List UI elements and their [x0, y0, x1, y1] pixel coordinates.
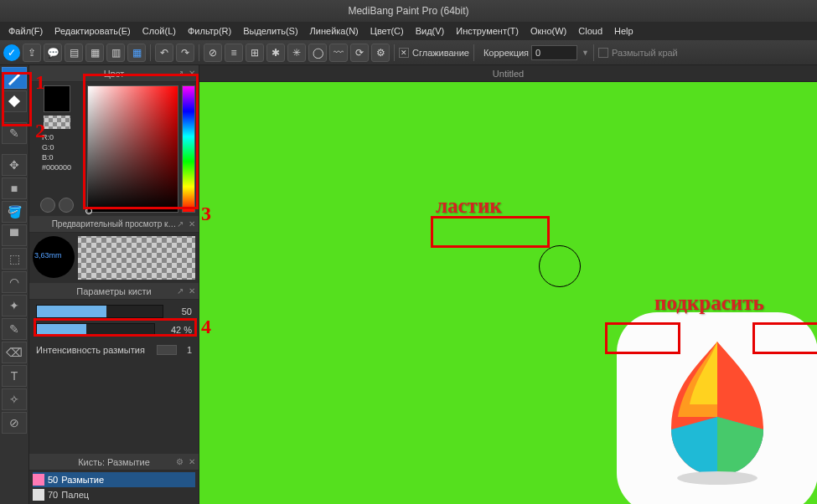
correction-input[interactable] — [531, 45, 577, 60]
brush-name: Размытие — [61, 475, 104, 485]
preview-panel: 3,63mm — [29, 233, 199, 283]
rednum-4: 4 — [201, 316, 211, 338]
brush-mm-label: 3,63mm — [34, 251, 62, 260]
menu-edit[interactable]: Редактировать(E) — [49, 24, 136, 38]
annot-eraser-bl: ластик — [436, 499, 502, 504]
r-value: R:0 — [42, 132, 71, 142]
sync-icon[interactable]: ✓ — [3, 44, 20, 61]
export-icon[interactable]: ⇪ — [23, 44, 41, 62]
menu-file[interactable]: Файл(F) — [3, 24, 48, 38]
gear-icon[interactable]: ⚙ — [176, 457, 184, 466]
select-pen-tool[interactable]: ✎ — [2, 318, 27, 340]
radial-icon[interactable]: ✳ — [287, 44, 306, 62]
brush-name: Палец — [61, 490, 89, 500]
menu-ruler[interactable]: Линейка(N) — [305, 24, 364, 38]
grid-blue-icon[interactable]: ▦ — [127, 44, 146, 62]
popout-icon[interactable]: ↗ — [177, 219, 184, 229]
menu-view[interactable]: Вид(V) — [411, 24, 450, 38]
rotate-icon[interactable]: ⟳ — [350, 44, 369, 62]
transparent-swatch[interactable] — [44, 116, 70, 129]
rednum-2: 2 — [35, 120, 45, 142]
foreground-swatch[interactable] — [44, 85, 70, 112]
lasso-tool[interactable]: ◠ — [2, 271, 27, 293]
toolbar: ✓ ⇪ 💬 ▤ ▦ ▥ ▦ ↶ ↷ ⊘ ≡ ⊞ ✱ ✳ ◯ 〰 ⟳ ⚙ ✕ Сг… — [0, 40, 817, 65]
brush-list: 50 Размытие 70 Палец — [29, 471, 199, 504]
brush-size: 70 — [48, 490, 58, 500]
circle-icon[interactable]: ◯ — [308, 44, 327, 62]
text-tool[interactable]: T — [2, 365, 27, 387]
menu-help[interactable]: Help — [609, 24, 639, 38]
redbox-tl — [431, 216, 550, 248]
palette-icon[interactable] — [40, 198, 55, 213]
brush-cursor — [539, 245, 581, 287]
menu-select[interactable]: Выделить(S) — [238, 24, 302, 38]
brush-size: 50 — [48, 475, 58, 485]
swap-icon[interactable] — [59, 198, 74, 213]
chat-icon[interactable]: 💬 — [44, 44, 62, 62]
canvas-area: Untitled ластик ластик подкрасить — [199, 65, 817, 504]
close-icon[interactable]: ✕ — [189, 219, 195, 229]
blurred-edge-label: Размытый край — [612, 48, 678, 58]
rednum-3: 3 — [201, 203, 211, 225]
gradient-tool[interactable]: ▀ — [2, 224, 27, 246]
brush-item[interactable]: 70 Палец — [33, 487, 195, 502]
undo-icon[interactable]: ↶ — [155, 44, 173, 62]
menu-cloud[interactable]: Cloud — [573, 24, 608, 38]
popout-icon[interactable]: ↗ — [177, 286, 184, 296]
menu-layer[interactable]: Слой(L) — [137, 24, 181, 38]
redbox-ml — [605, 322, 680, 354]
menu-filter[interactable]: Фильтр(R) — [183, 24, 236, 38]
redbox-colorpicker — [83, 74, 199, 209]
redbox-slider — [34, 318, 197, 337]
close-icon[interactable]: ✕ — [189, 286, 195, 296]
params-title: Параметры кисти — [76, 286, 151, 296]
close-icon[interactable]: ✕ — [189, 457, 195, 466]
blur-slider[interactable] — [157, 345, 177, 355]
smoothing-label: Сглаживание — [412, 48, 469, 58]
smoothing-checkbox[interactable]: ✕ — [399, 48, 409, 58]
select-erase-tool[interactable]: ⌫ — [2, 342, 27, 363]
menubar: Файл(F) Редактировать(E) Слой(L) Фильтр(… — [0, 22, 817, 40]
redo-icon[interactable]: ↷ — [176, 44, 194, 62]
size-slider[interactable] — [36, 305, 163, 318]
app-title: MediBang Paint Pro (64bit) — [348, 5, 468, 17]
hex-value: #000000 — [42, 162, 71, 172]
preview-title: Предварительный просмотр к… — [52, 219, 177, 229]
titlebar: MediBang Paint Pro (64bit) — [0, 0, 817, 22]
brush-item[interactable]: 50 Размытие — [33, 472, 195, 487]
doc-icon[interactable]: ▦ — [85, 44, 104, 62]
canvas[interactable]: ластик ластик подкрасить ластик ластик — [199, 82, 817, 504]
bucket-tool[interactable]: 🪣 — [2, 201, 27, 223]
divide-tool[interactable]: ⊘ — [2, 412, 27, 434]
no-ruler-icon[interactable]: ⊘ — [204, 44, 222, 62]
operation-tool[interactable]: ✧ — [2, 388, 27, 410]
tab-untitled[interactable]: Untitled — [493, 69, 524, 79]
stroke-preview — [78, 236, 195, 280]
vanish-icon[interactable]: ✱ — [266, 44, 285, 62]
select-rect-tool[interactable]: ⬚ — [2, 248, 27, 270]
blur-value: 1 — [180, 345, 192, 355]
move-tool[interactable]: ✥ — [2, 154, 27, 176]
curve-icon[interactable]: 〰 — [329, 44, 348, 62]
menu-window[interactable]: Окно(W) — [525, 24, 571, 38]
layers-icon[interactable]: ▥ — [106, 44, 125, 62]
params-panel-header: Параметры кисти ↗✕ — [29, 283, 199, 300]
b-value: B:0 — [42, 152, 71, 162]
grid-icon[interactable]: ⊞ — [246, 44, 264, 62]
gear-icon[interactable]: ⚙ — [371, 44, 390, 62]
dropdown-icon[interactable]: ▼ — [582, 49, 589, 57]
preview-panel-header: Предварительный просмотр к… ↗✕ — [29, 216, 199, 233]
menu-color[interactable]: Цвет(C) — [365, 24, 409, 38]
parallel-icon[interactable]: ≡ — [225, 44, 243, 62]
brush-panel-title: Кисть: Размытие — [78, 457, 150, 467]
brush-color-swatch — [33, 474, 44, 486]
menu-tool[interactable]: Инструмент(T) — [451, 24, 524, 38]
fill-shape-tool[interactable]: ■ — [2, 177, 27, 199]
panel-icon[interactable]: ▤ — [65, 44, 83, 62]
blurred-edge-checkbox[interactable] — [598, 48, 608, 58]
rednum-1: 1 — [35, 71, 45, 94]
wand-tool[interactable]: ✦ — [2, 295, 27, 316]
svg-point-1 — [677, 471, 758, 485]
correction-label: Коррекция — [483, 48, 529, 58]
redbox-tools — [2, 72, 32, 126]
